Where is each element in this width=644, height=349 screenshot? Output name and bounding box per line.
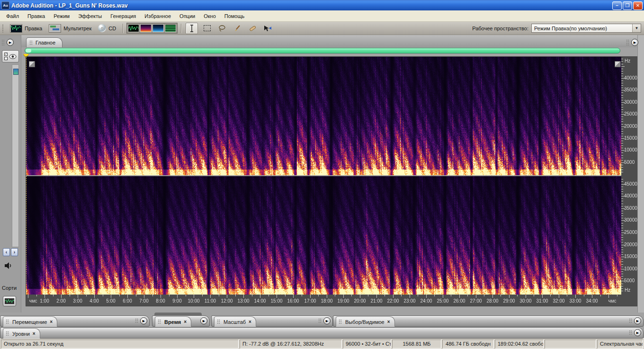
time-tick-label: 3:00	[70, 298, 85, 304]
speaker-icon[interactable]	[4, 261, 14, 272]
menu-item-effects[interactable]: Эффекты	[74, 11, 106, 21]
work-area: ▶ ✓ ‹ › Сорти	[0, 35, 644, 313]
time-tick-label: 11:00	[203, 298, 218, 304]
effects-paintbrush-tool[interactable]	[231, 23, 243, 34]
close-icon[interactable]: ×	[387, 320, 390, 324]
status-view-mode: Спектральная час	[597, 340, 643, 349]
freq-tick-label: 40000	[624, 75, 637, 81]
time-tick-label: 2:00	[54, 298, 69, 304]
tool-group	[186, 23, 274, 34]
tab-transport[interactable]: Перемещение ×	[3, 316, 57, 327]
spot-healing-brush-tool[interactable]	[246, 23, 259, 34]
overview-navigation-bar[interactable]	[25, 48, 620, 54]
lasso-selection-tool[interactable]	[216, 23, 228, 34]
menu-item-favorites[interactable]: Избранное	[140, 11, 175, 21]
tab-main-label: Главное	[36, 40, 55, 45]
freq-tick-label: 5000	[624, 278, 635, 284]
menu-item-options[interactable]: Опции	[175, 11, 199, 21]
eye-icon	[9, 54, 17, 59]
close-icon[interactable]: ×	[184, 320, 187, 324]
tab-levels[interactable]: Уровни ×	[3, 328, 40, 339]
grip-dots[interactable]	[1, 39, 5, 46]
tab-zoom[interactable]: Масштаб ×	[214, 316, 256, 327]
range-handle-right[interactable]	[615, 61, 621, 67]
menu-item-view[interactable]: Режим	[49, 11, 74, 21]
grip-dots	[158, 319, 161, 324]
scrub-tool[interactable]	[261, 23, 274, 34]
menu-item-edit[interactable]: Правка	[23, 11, 49, 21]
grip-dots	[29, 40, 33, 45]
spectrogram-canvas[interactable]	[26, 57, 637, 306]
freq-tick-label: 25000	[624, 111, 637, 117]
tab-time[interactable]: Время ×	[155, 316, 191, 327]
panel-menu-button[interactable]: ▶	[631, 39, 638, 46]
toolbar-grip[interactable]	[2, 24, 4, 33]
show-hide-panel-button[interactable]: ✓	[2, 50, 19, 63]
bottom-dock: Перемещение × ▶ Время × ▶ Масштаб ×	[0, 313, 644, 338]
grip-dots	[629, 318, 633, 323]
menu-item-file[interactable]: Файл	[2, 11, 23, 21]
time-tick-label: 5:00	[103, 298, 118, 304]
workspace-value: Режим Правка(по умолчанию)	[532, 26, 632, 31]
toolbar-separator	[181, 24, 181, 33]
left-scroll-strip[interactable]	[12, 64, 19, 247]
cd-icon	[98, 24, 106, 32]
grip-dots[interactable]	[626, 39, 630, 46]
range-handle-left[interactable]	[29, 61, 35, 67]
minimize-button[interactable]: –	[612, 1, 622, 10]
close-icon[interactable]: ×	[249, 320, 251, 324]
close-icon[interactable]: ×	[50, 320, 53, 324]
time-tick-label: 27:00	[468, 298, 483, 304]
scroll-left-button[interactable]: ‹	[3, 248, 10, 256]
workspace-select[interactable]: Режим Правка(по умолчанию) ▼	[531, 24, 641, 33]
time-tick-label: 31:00	[535, 298, 550, 304]
panel-menu-button[interactable]: ▶	[634, 317, 641, 324]
time-tick-label: 1:00	[37, 298, 52, 304]
multitrack-view-button[interactable]: Мультитрек	[45, 23, 95, 34]
grip-dots	[318, 318, 322, 323]
menu-item-generate[interactable]: Генерация	[106, 11, 140, 21]
chevron-down-icon[interactable]: ▼	[632, 24, 641, 32]
time-tick-label: 22:00	[385, 298, 401, 304]
tab-time-label: Время	[164, 319, 181, 325]
menu-item-window[interactable]: Окно	[199, 11, 220, 21]
close-icon[interactable]: ×	[33, 331, 36, 336]
view-spectral-phase-button[interactable]	[165, 24, 176, 32]
freq-tick-label: 35000	[624, 87, 637, 93]
view-waveform-button[interactable]	[128, 24, 139, 32]
panel-menu-button[interactable]: ▶	[200, 317, 207, 324]
overview-handle[interactable]	[26, 49, 31, 53]
panel-menu-button[interactable]: ▶	[140, 317, 147, 324]
time-tick-label: 18:00	[319, 298, 334, 304]
view-spectral-frequency-button[interactable]	[140, 24, 152, 32]
time-tick-label: 19:00	[336, 298, 351, 304]
sort-label: Сорти	[2, 285, 17, 291]
edit-view-button[interactable]: Правка	[7, 23, 45, 34]
panel-menu-button[interactable]: ▶	[634, 329, 641, 336]
checkbox-icons: ✓	[4, 53, 8, 60]
panel-menu-button[interactable]: ▶	[7, 39, 14, 46]
menu-item-help[interactable]: Помощь	[220, 11, 249, 21]
waveform-small-button[interactable]	[3, 296, 16, 306]
view-spectral-pan-button[interactable]	[152, 24, 164, 32]
time-tick-label: 30:00	[518, 298, 533, 304]
time-tick-label: 25:00	[435, 298, 450, 304]
cd-view-button[interactable]: CD	[95, 23, 119, 33]
time-selection-tool[interactable]	[186, 23, 198, 34]
freq-tick-label: 15000	[624, 135, 637, 141]
panel-end-controls: ▶	[629, 317, 641, 324]
scroll-right-button[interactable]: ›	[11, 248, 18, 256]
title-bar[interactable]: Au Adobe Audition - LP_1_Guns N' Roses.w…	[0, 0, 644, 10]
tab-selection[interactable]: Выбор/Видимое ×	[336, 316, 395, 327]
status-disk-free-time: 189:02:04.62 свобо,	[495, 340, 544, 349]
status-empty-segment	[545, 340, 596, 349]
main-editor-panel: Главное чмс1:002:003:004:005:006:007:008…	[21, 35, 637, 313]
close-button[interactable]: ✕	[633, 1, 643, 10]
time-tick-label: 14:00	[252, 298, 268, 304]
freq-tick-label: 25000	[624, 230, 637, 235]
tab-main[interactable]: Главное	[26, 37, 63, 47]
panel-menu-button[interactable]: ▶	[323, 317, 331, 324]
file-icon	[13, 69, 18, 75]
restore-button[interactable]: ❐	[623, 1, 632, 10]
marquee-selection-tool[interactable]	[201, 23, 213, 34]
